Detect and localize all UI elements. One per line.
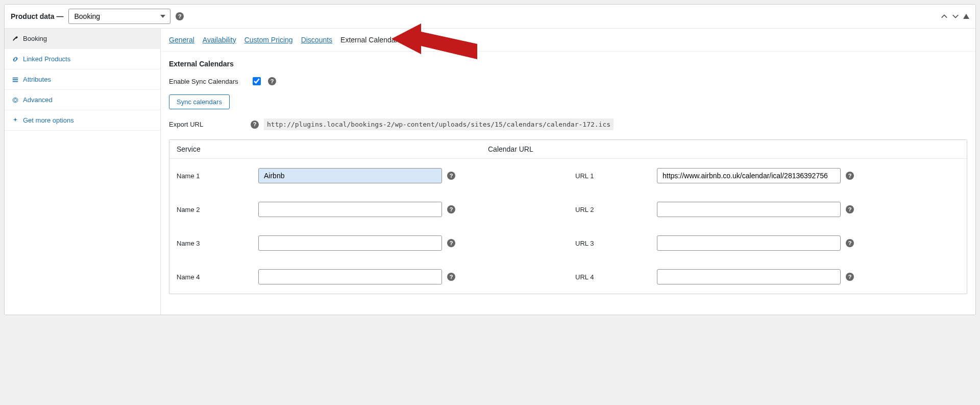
sidebar-item-advanced[interactable]: Advanced [5, 90, 160, 110]
url-label: URL 2 [568, 197, 650, 223]
name-label: Name 3 [169, 230, 251, 256]
subtab-external-calendars[interactable]: External Calendars [340, 36, 401, 44]
link-icon [12, 56, 19, 63]
help-icon: ? [447, 172, 455, 180]
main: General Availability Custom Pricing Disc… [161, 29, 975, 315]
sidebar-item-label: Linked Products [23, 55, 70, 63]
sidebar-item-booking[interactable]: Booking [5, 29, 160, 49]
sidebar: Booking Linked Products Attributes Advan… [5, 29, 161, 315]
help-icon: ? [176, 12, 184, 20]
help-icon: ? [447, 205, 455, 213]
sync-calendars-button[interactable]: Sync calendars [169, 94, 230, 109]
section-title: External Calendars [169, 60, 967, 68]
table-row: Name 2 ? URL 2 ? [169, 193, 967, 226]
table-row: Name 3 ? URL 3 ? [169, 226, 967, 260]
table-row: Name 4 ? URL 4 ? [169, 260, 967, 294]
panel-title: Product data — [11, 12, 63, 20]
help-icon: ? [268, 77, 276, 85]
sidebar-item-label: Booking [23, 35, 47, 42]
calendar-name-input[interactable] [258, 235, 442, 251]
calendar-name-input[interactable] [258, 202, 442, 217]
table-row: Name 1 ? URL 1 ? [169, 159, 967, 193]
chevron-down-icon[interactable] [952, 13, 959, 20]
url-label: URL 4 [568, 264, 650, 290]
enable-sync-label: Enable Sync Calendars [169, 78, 246, 85]
help-icon: ? [846, 273, 854, 281]
sidebar-item-label: Get more options [23, 116, 74, 124]
enable-sync-checkbox[interactable] [253, 77, 261, 85]
list-icon [12, 76, 19, 83]
product-data-panel: Product data — Booking ? [4, 4, 976, 315]
url-label: URL 1 [568, 163, 650, 189]
help-icon: ? [846, 239, 854, 247]
help-icon: ? [447, 239, 455, 247]
collapse-toggle-icon[interactable] [963, 14, 969, 19]
calendar-url-input[interactable] [657, 202, 841, 217]
name-label: Name 4 [169, 264, 251, 290]
col-service: Service [177, 145, 488, 153]
subtabs: General Availability Custom Pricing Disc… [161, 29, 975, 52]
help-icon: ? [846, 205, 854, 213]
calendars-table: Service Calendar URL Name 1 ? URL 1 [169, 139, 967, 294]
sparkle-icon [12, 117, 19, 124]
sidebar-item-attributes[interactable]: Attributes [5, 69, 160, 90]
product-type-select[interactable]: Booking [68, 9, 170, 24]
url-label: URL 3 [568, 230, 650, 256]
calendar-url-input[interactable] [657, 235, 841, 251]
col-calendar-url: Calendar URL [488, 145, 960, 153]
calendar-url-input[interactable] [657, 168, 841, 183]
subtab-availability[interactable]: Availability [203, 36, 236, 44]
gear-icon [12, 97, 19, 104]
name-label: Name 1 [169, 163, 251, 189]
calendar-url-input[interactable] [657, 269, 841, 284]
help-icon: ? [251, 121, 259, 129]
help-icon: ? [846, 172, 854, 180]
calendar-name-input[interactable] [258, 168, 442, 183]
sidebar-item-label: Advanced [23, 96, 53, 104]
name-label: Name 2 [169, 197, 251, 223]
export-url-value: http://plugins.local/bookings-2/wp-conte… [264, 118, 614, 130]
panel-header: Product data — Booking ? [5, 5, 975, 29]
subtab-general[interactable]: General [169, 36, 194, 44]
table-header: Service Calendar URL [169, 140, 967, 159]
sidebar-item-get-more-options[interactable]: Get more options [5, 110, 160, 131]
export-url-label: Export URL [169, 121, 246, 128]
calendar-name-input[interactable] [258, 269, 442, 284]
chevron-up-icon[interactable] [941, 13, 948, 20]
help-icon: ? [447, 273, 455, 281]
wrench-icon [12, 35, 19, 42]
sidebar-item-label: Attributes [23, 76, 51, 83]
sidebar-item-linked-products[interactable]: Linked Products [5, 49, 160, 69]
subtab-custom-pricing[interactable]: Custom Pricing [244, 36, 293, 44]
subtab-discounts[interactable]: Discounts [301, 36, 332, 44]
